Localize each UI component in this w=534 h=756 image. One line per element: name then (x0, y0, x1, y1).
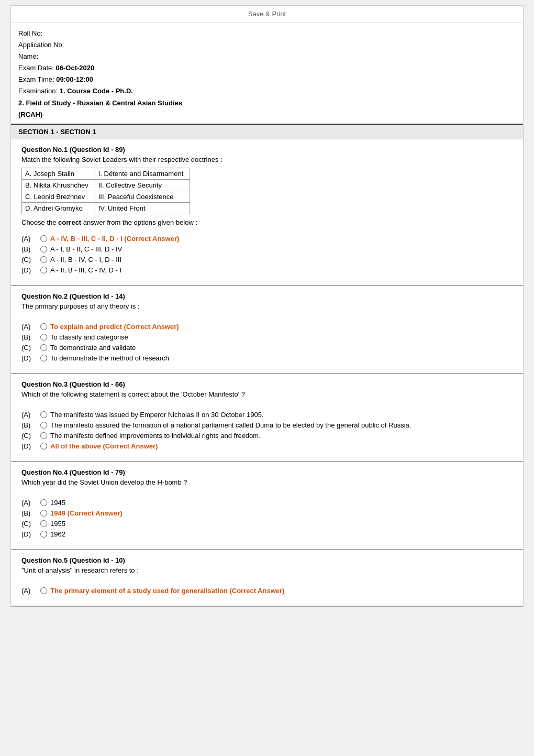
examination-line3: (RCAH) (18, 109, 516, 120)
question-title-1: Question No.1 (Question Id - 89) (21, 146, 513, 154)
question-block-3: Question No.3 (Question Id - 66)Which of… (11, 374, 523, 462)
radio-circle[interactable] (40, 355, 47, 361)
save-print-label: Save & Print (248, 10, 286, 18)
radio-circle[interactable] (40, 432, 47, 439)
list-item: (C)A - II, B - IV, C - I, D - III (21, 256, 513, 264)
option-text: To demonstrate the method of research (50, 354, 513, 362)
option-label: (B) (21, 245, 37, 253)
question-title-2: Question No.2 (Question Id - 14) (21, 292, 513, 300)
option-label: (D) (21, 530, 37, 538)
table-cell: A. Joseph Stalin (22, 168, 95, 179)
option-label: (B) (21, 421, 37, 429)
radio-circle[interactable] (40, 443, 47, 450)
table-cell: D. Andrei Gromyko (22, 202, 95, 214)
option-text: The primary element of a study used for … (50, 587, 513, 595)
table-cell: I. Détente and Disarmament (95, 168, 190, 179)
list-item: (D)To demonstrate the method of research (21, 354, 513, 362)
list-item: (D)A - II, B - III, C - IV, D - I (21, 266, 513, 274)
list-item: (C)To demonstrate and validate (21, 344, 513, 352)
examination-line2: 2. Field of Study - Russian & Central As… (18, 97, 516, 109)
question-text-5: "Unit of analysis" in research refers to… (21, 566, 513, 574)
question-text-1: Match the following Soviet Leaders with … (21, 156, 513, 163)
question-text-2: The primary purposes of any theory is : (21, 302, 513, 310)
radio-circle[interactable] (40, 267, 47, 273)
radio-circle[interactable] (40, 334, 47, 341)
list-item: (B)The manifesto assured the formation o… (21, 421, 513, 429)
list-item: (A)To explain and predict (Correct Answe… (21, 323, 513, 331)
table-cell: C. Leonid Brezhnev (22, 191, 95, 202)
app-no: Application No: (18, 39, 516, 51)
option-text: A - IV, B - III, C - II, D - I (Correct … (50, 235, 513, 243)
list-item: (C)The manifesto defined improvements to… (21, 432, 513, 440)
option-text: The manifesto was issued by Emperor Nich… (50, 411, 513, 419)
section-header: SECTION 1 - SECTION 1 (11, 125, 523, 139)
option-label: (B) (21, 509, 37, 517)
match-table-1: A. Joseph StalinI. Détente and Disarmame… (21, 168, 190, 214)
option-text: 1949 (Correct Answer) (50, 509, 513, 517)
option-label: (B) (21, 333, 37, 341)
question-block-4: Question No.4 (Question Id - 79)Which ye… (11, 462, 523, 550)
radio-circle[interactable] (40, 323, 47, 330)
radio-circle[interactable] (40, 235, 47, 242)
radio-circle[interactable] (40, 344, 47, 351)
list-item: (B)To classify and categorise (21, 333, 513, 341)
option-text: All of the above (Correct Answer) (50, 442, 513, 450)
option-text: To demonstrate and validate (50, 344, 513, 352)
exam-header: Roll No: Application No: Name: Exam Date… (11, 23, 523, 125)
question-text-3: Which of the following statement is corr… (21, 390, 513, 398)
option-label: (D) (21, 442, 37, 450)
option-text: A - II, B - III, C - IV, D - I (50, 266, 513, 274)
roll-no: Roll No: (18, 28, 516, 39)
choose-text-1: Choose the correct answer from the optio… (21, 218, 513, 226)
radio-circle[interactable] (40, 587, 47, 594)
options-list-3: (A)The manifesto was issued by Emperor N… (21, 411, 513, 450)
save-print-bar[interactable]: Save & Print (11, 6, 523, 23)
list-item: (A)1945 (21, 499, 513, 507)
list-item: (D)All of the above (Correct Answer) (21, 442, 513, 450)
option-label: (D) (21, 266, 37, 274)
radio-circle[interactable] (40, 510, 47, 517)
option-text: To explain and predict (Correct Answer) (50, 323, 513, 331)
option-label: (A) (21, 323, 37, 331)
table-cell: B. Nikita Khrushchev (22, 179, 95, 191)
name: Name: (18, 51, 516, 62)
option-label: (C) (21, 344, 37, 352)
radio-circle[interactable] (40, 520, 47, 527)
option-label: (A) (21, 235, 37, 243)
question-title-3: Question No.3 (Question Id - 66) (21, 380, 513, 388)
exam-date: Exam Date: 06-Oct-2020 (18, 62, 516, 74)
table-cell: IV. United Front (95, 202, 190, 214)
table-cell: II. Collective Security (95, 179, 190, 191)
options-list-2: (A)To explain and predict (Correct Answe… (21, 323, 513, 362)
radio-circle[interactable] (40, 422, 47, 429)
questions-container: Question No.1 (Question Id - 89)Match th… (11, 139, 523, 607)
list-item: (B)1949 (Correct Answer) (21, 509, 513, 517)
option-label: (C) (21, 520, 37, 528)
option-label: (A) (21, 411, 37, 419)
option-text: A - II, B - IV, C - I, D - III (50, 256, 513, 264)
options-list-4: (A)1945(B)1949 (Correct Answer)(C)1955(D… (21, 499, 513, 538)
examination: Examination: 1. Course Code - Ph.D. (18, 85, 516, 97)
option-text: The manifesto defined improvements to in… (50, 432, 513, 440)
option-text: The manifesto assured the formation of a… (50, 421, 513, 429)
option-text: To classify and categorise (50, 333, 513, 341)
page-wrapper: Save & Print Roll No: Application No: Na… (10, 5, 524, 607)
options-list-5: (A)The primary element of a study used f… (21, 587, 513, 595)
list-item: (D)1962 (21, 530, 513, 538)
radio-circle[interactable] (40, 499, 47, 506)
question-block-2: Question No.2 (Question Id - 14)The prim… (11, 286, 523, 374)
radio-circle[interactable] (40, 246, 47, 253)
list-item: (C)1955 (21, 520, 513, 528)
exam-time: Exam Time: 09:00-12:00 (18, 74, 516, 85)
option-text: 1962 (50, 530, 513, 538)
question-block-5: Question No.5 (Question Id - 10)"Unit of… (11, 550, 523, 607)
option-label: (D) (21, 354, 37, 362)
option-label: (C) (21, 432, 37, 440)
option-label: (C) (21, 256, 37, 264)
option-text: 1955 (50, 520, 513, 528)
radio-circle[interactable] (40, 531, 47, 538)
radio-circle[interactable] (40, 256, 47, 263)
list-item: (A)A - IV, B - III, C - II, D - I (Corre… (21, 235, 513, 243)
radio-circle[interactable] (40, 411, 47, 418)
option-label: (A) (21, 499, 37, 507)
